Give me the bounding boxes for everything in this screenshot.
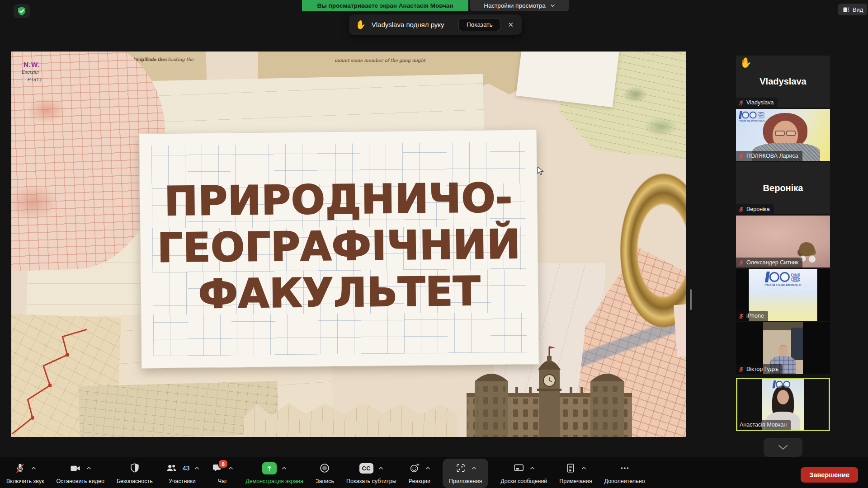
apps-button[interactable]: Приложения <box>443 459 488 488</box>
reactions-button[interactable]: Приложения Реакции <box>409 461 430 484</box>
person-silhouette <box>778 346 788 357</box>
mouse-cursor <box>537 166 544 176</box>
anniversary-logo <box>773 380 790 388</box>
unmute-button[interactable]: Включить звук <box>6 461 44 484</box>
participant-tile-iphone[interactable]: 1923 2023 РОКІВ НЕЗЛАМНОСТІ iPhone <box>736 269 830 321</box>
chat-unread-badge: 8 <box>218 459 228 469</box>
participant-name-text: Віктор Гудзь <box>746 366 778 372</box>
share-screen-icon <box>262 462 277 474</box>
participant-name-label: Анастасія Мовчан <box>737 420 791 430</box>
room-window <box>791 328 803 360</box>
logo-ring <box>750 112 757 119</box>
logo-year: 2023 <box>791 277 800 282</box>
anniversary-logo: 1923 2023 РОКІВ НЕЗЛАМНОСТІ <box>739 111 765 122</box>
chevron-up-icon[interactable] <box>425 466 430 470</box>
participant-name-label: iPhone <box>736 311 768 321</box>
toolbar-item-label: Приложения <box>449 478 482 484</box>
muted-mic-icon <box>14 462 26 474</box>
anniversary-logo: 1923 2023 РОКІВ НЕЗЛАМНОСТІ <box>764 272 801 286</box>
print-line: mount some member of the gang might <box>335 58 425 63</box>
logo-motto: РОКІВ НЕЗЛАМНОСТІ <box>739 120 765 122</box>
chevron-up-icon[interactable] <box>86 466 91 470</box>
whiteboards-button[interactable]: Доски сообщений <box>500 461 547 484</box>
participant-tile-polyakova[interactable]: 1923 2023 РОКІВ НЕЗЛАМНОСТІ ПОЛЯКО <box>736 109 830 161</box>
participants-count: 43 <box>183 465 190 472</box>
chevron-up-icon[interactable] <box>31 466 36 470</box>
muted-mic-icon <box>738 153 744 159</box>
participant-name-text: ПОЛЯКОВА Лариса <box>746 153 798 159</box>
chevron-up-icon[interactable] <box>530 466 535 470</box>
record-button[interactable]: Запись <box>316 461 334 484</box>
notes-icon <box>565 462 576 474</box>
apps-icon <box>455 462 467 474</box>
chat-button[interactable]: 8 Чат <box>212 461 233 484</box>
logo-ring <box>742 112 750 119</box>
show-hand-button[interactable]: Показать <box>458 18 500 31</box>
participant-name-text: Олександер Ситник <box>746 259 798 266</box>
slide-title: ПРИРОДНИЧО- ГЕОГРАФІЧНИЙ ФАКУЛЬТЕТ <box>156 174 521 317</box>
chevron-up-icon[interactable] <box>194 466 199 470</box>
person-silhouette <box>775 131 796 136</box>
stop-video-button[interactable]: Остановить видео <box>56 461 104 484</box>
chevron-down-icon <box>778 445 788 450</box>
map-label: Platz <box>28 77 42 82</box>
shared-screen-presentation: a slope, finally emerging from the thems… <box>11 52 686 437</box>
toolbar-item-label: Демонстрация экрана <box>245 478 303 484</box>
toolbar-item-label: Дополнительно <box>604 478 645 484</box>
end-meeting-button[interactable]: Завершение <box>801 467 858 483</box>
toolbar-item-label: Участники <box>169 478 196 484</box>
participants-sidebar: ✋ Vladyslava Vladyslava <box>736 56 830 457</box>
participant-name-text: iPhone <box>746 313 764 319</box>
participant-tile-sytnyk[interactable]: Олександер Ситник <box>736 216 830 267</box>
participants-scroll-down-button[interactable] <box>764 438 802 457</box>
toolbar-item-label: Примечания <box>559 478 592 484</box>
participant-tile-veronika[interactable]: Вероніка Вероніка <box>736 162 830 214</box>
participant-name-label: Олександер Ситник <box>736 258 802 267</box>
close-icon[interactable]: ✕ <box>506 19 515 31</box>
toolbar-item-label: Чат <box>218 478 227 484</box>
torn-paper-decoration <box>516 52 619 108</box>
toast-message: Vladyslava поднял руку <box>372 21 453 28</box>
closed-captions-icon: CC <box>359 463 373 474</box>
notes-button[interactable]: Примечания <box>559 461 592 484</box>
toolbar-item-label: Реакции <box>409 478 430 484</box>
zoom-meeting-window: Вы просматриваете экран Анастасія Мовчан… <box>0 0 868 488</box>
toolbar-item-label: Запись <box>316 478 334 484</box>
chevron-up-icon[interactable] <box>581 466 586 470</box>
logo-ring <box>769 272 779 282</box>
participants-button[interactable]: 43 Участники <box>165 461 200 484</box>
chevron-up-icon[interactable] <box>472 466 476 470</box>
shield-check-icon <box>17 6 26 16</box>
more-button[interactable]: Дополнительно <box>604 461 645 484</box>
participants-icon <box>165 462 178 474</box>
plant-decoration <box>799 242 815 256</box>
participant-name-label: Вероніка <box>736 204 774 214</box>
view-button-label: Вид <box>853 6 863 13</box>
participant-name-label: Віктор Гудзь <box>736 364 783 374</box>
view-settings-dropdown[interactable]: Настройки просмотра <box>470 0 569 11</box>
captions-button[interactable]: CC Показать субтитры <box>346 461 396 484</box>
logo-year: 2023 <box>758 115 764 118</box>
chevron-up-icon[interactable] <box>282 466 287 470</box>
chevron-up-icon[interactable] <box>378 466 383 470</box>
hand-raised-toast: ✋ Vladyslava поднял руку Показать ✕ <box>349 14 522 35</box>
logo-year: 1923 <box>758 112 764 115</box>
security-button[interactable]: Безопасность <box>117 461 153 484</box>
person-silhouette <box>777 390 789 404</box>
shield-icon <box>129 462 141 474</box>
muted-mic-icon <box>738 100 744 106</box>
participant-tile-hudz[interactable]: Віктор Гудзь <box>736 322 830 374</box>
muted-mic-icon <box>738 313 744 319</box>
view-button[interactable]: Вид <box>838 4 867 15</box>
gallery-view-icon <box>842 6 850 14</box>
share-screen-button[interactable]: Демонстрация экрана <box>245 461 303 484</box>
participant-tile-movchan-active[interactable]: Анастасія Мовчан <box>736 378 830 431</box>
chevron-up-icon[interactable] <box>228 466 233 470</box>
participant-name-text: Vladyslava <box>746 99 774 106</box>
toolbar-item-label: Доски сообщений <box>500 478 547 484</box>
sidebar-resize-handle[interactable] <box>690 289 692 310</box>
chevron-down-icon <box>550 4 555 7</box>
security-encryption-button[interactable] <box>14 4 30 18</box>
screen-share-banner: Вы просматриваете экран Анастасія Мовчан <box>302 0 468 11</box>
participant-tile-vladyslava[interactable]: ✋ Vladyslava Vladyslava <box>736 56 830 108</box>
